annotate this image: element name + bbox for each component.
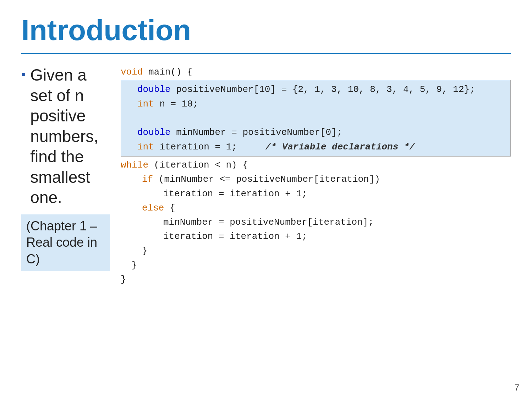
code-line-5: int iteration = 1;/* Variable declaratio… — [127, 140, 505, 154]
title-divider — [21, 53, 511, 54]
code-line-12: } — [121, 244, 511, 258]
code-line-0: void main() { — [121, 65, 511, 79]
code-line-4: double minNumber = positiveNumber[0]; — [127, 125, 505, 140]
kw-int-n: int — [137, 99, 154, 109]
right-panel: void main() { double positiveNumber[10] … — [117, 65, 511, 286]
code-line-10: minNumber = positiveNumber[iteration]; — [121, 215, 511, 229]
bullet-item: ▪ Given a set of n positive numbers, fin… — [21, 65, 110, 208]
slide: Introduction ▪ Given a set of n positive… — [0, 0, 532, 399]
code-line-13: } — [121, 258, 511, 272]
kw-if: if — [142, 174, 153, 185]
kw-double-1: double — [137, 84, 171, 95]
code-line-6: while (iteration < n) { — [121, 158, 511, 172]
left-panel: ▪ Given a set of n positive numbers, fin… — [21, 65, 117, 271]
kw-int-iter: int — [137, 142, 154, 152]
highlighted-block: double positiveNumber[10] = {2, 1, 3, 10… — [121, 80, 511, 156]
code-line-14: } — [121, 272, 511, 286]
comment-var-decl: /* Variable declarations */ — [265, 142, 415, 152]
content-area: ▪ Given a set of n positive numbers, fin… — [21, 65, 511, 286]
code-line-8: iteration = iteration + 1; — [121, 187, 511, 201]
bullet-text-5: find the — [30, 147, 98, 167]
code-line-1: double positiveNumber[10] = {2, 1, 3, 10… — [127, 82, 505, 97]
kw-else: else — [142, 203, 164, 213]
code-line-2: int n = 10; — [127, 97, 505, 111]
bullet-icon: ▪ — [21, 68, 25, 81]
bullet-text-4: numbers, — [30, 126, 98, 147]
chapter-box: (Chapter 1 – Real code in C) — [21, 214, 110, 271]
bullet-text-1: Given a — [30, 65, 98, 86]
code-line-7: if (minNumber <= positiveNumber[iteratio… — [121, 172, 511, 186]
code-line-3 — [127, 111, 505, 125]
chapter-text-1: (Chapter 1 – — [26, 218, 105, 235]
kw-while: while — [121, 160, 148, 170]
bullet-text-3: positive — [30, 106, 98, 126]
bullet-text-6: smallest — [30, 167, 98, 188]
code-line-9: else { — [121, 201, 511, 215]
slide-title: Introduction — [21, 14, 511, 50]
code-block: void main() { double positiveNumber[10] … — [121, 65, 511, 286]
kw-double-2: double — [137, 127, 171, 138]
page-number: 7 — [515, 383, 519, 393]
kw-void: void — [121, 67, 143, 77]
code-line-11: iteration = iteration + 1; — [121, 229, 511, 244]
bullet-text-2: set of n — [30, 86, 98, 106]
title-area: Introduction — [21, 14, 511, 54]
chapter-text-2: Real code in C) — [26, 234, 105, 268]
bullet-text-7: one. — [30, 187, 98, 208]
